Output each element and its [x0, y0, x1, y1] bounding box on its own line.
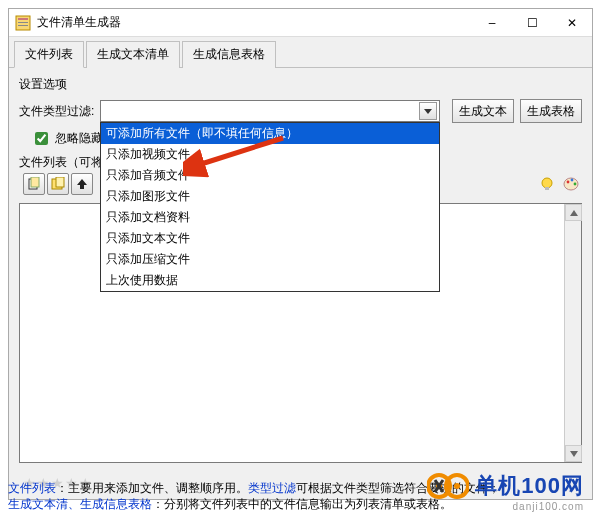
close-button[interactable]: ✕	[552, 9, 592, 37]
svg-rect-1	[18, 18, 28, 20]
titlebar: 文件清单生成器 – ☐ ✕	[9, 9, 592, 37]
generate-table-button[interactable]: 生成表格	[520, 99, 582, 123]
tab-content: 设置选项 文件类型过滤: 可添加所有文件（即不填任何信息） 只添加视频文件 只添…	[9, 68, 592, 199]
footer-link: 生成文本清、生成信息表格	[8, 497, 152, 511]
new-doc-icon[interactable]	[47, 173, 69, 195]
palette-icon[interactable]	[560, 173, 582, 195]
svg-rect-7	[56, 177, 64, 187]
svg-rect-2	[18, 22, 28, 23]
svg-line-14	[195, 138, 283, 166]
filter-label: 文件类型过滤:	[19, 103, 94, 120]
section-label: 设置选项	[19, 76, 582, 93]
combo-arrow-button[interactable]	[419, 102, 437, 120]
dropdown-item[interactable]: 只添加文本文件	[101, 228, 439, 249]
tab-strip: 文件列表 生成文本清单 生成信息表格	[9, 37, 592, 68]
watermark-logo-icon	[427, 470, 469, 502]
app-window: 文件清单生成器 – ☐ ✕ 文件列表 生成文本清单 生成信息表格 设置选项 文件…	[8, 8, 593, 500]
watermark-url: danji100.com	[513, 501, 584, 512]
scroll-up-button[interactable]	[565, 204, 582, 221]
dropdown-item[interactable]: 只添加压缩文件	[101, 249, 439, 270]
up-arrow-icon[interactable]	[71, 173, 93, 195]
footer-link: 类型过滤	[248, 481, 296, 495]
window-title: 文件清单生成器	[37, 14, 472, 31]
scrollbar[interactable]	[564, 204, 581, 462]
ignore-hidden-checkbox[interactable]: 忽略隐藏	[31, 129, 103, 148]
svg-point-8	[542, 178, 552, 188]
checkbox-label: 忽略隐藏	[55, 130, 103, 147]
svg-point-11	[567, 181, 570, 184]
annotation-arrow	[183, 132, 293, 182]
scroll-down-button[interactable]	[565, 445, 582, 462]
footer-link: 文件列表	[8, 481, 56, 495]
bulb-icon[interactable]	[536, 173, 558, 195]
svg-rect-3	[18, 25, 28, 26]
filter-combobox[interactable]	[100, 100, 440, 122]
dropdown-item[interactable]: 上次使用数据	[101, 270, 439, 291]
minimize-button[interactable]: –	[472, 9, 512, 37]
watermark-text: 单机100网	[475, 471, 584, 501]
svg-point-12	[571, 179, 574, 182]
copy-icon[interactable]	[23, 173, 45, 195]
dropdown-item[interactable]: 只添加文档资料	[101, 207, 439, 228]
tab-file-list[interactable]: 文件列表	[14, 41, 84, 68]
generate-text-button[interactable]: 生成文本	[452, 99, 514, 123]
watermark: 单机100网	[427, 470, 584, 502]
svg-rect-5	[31, 177, 39, 187]
svg-point-18	[454, 483, 460, 489]
ignore-hidden-input[interactable]	[35, 132, 48, 145]
maximize-button[interactable]: ☐	[512, 9, 552, 37]
tab-gen-table[interactable]: 生成信息表格	[182, 41, 276, 68]
chevron-down-icon	[424, 109, 432, 114]
tab-gen-text[interactable]: 生成文本清单	[86, 41, 180, 68]
dropdown-item[interactable]: 只添加图形文件	[101, 186, 439, 207]
svg-rect-9	[545, 187, 549, 190]
app-icon	[15, 15, 31, 31]
svg-point-13	[574, 183, 577, 186]
